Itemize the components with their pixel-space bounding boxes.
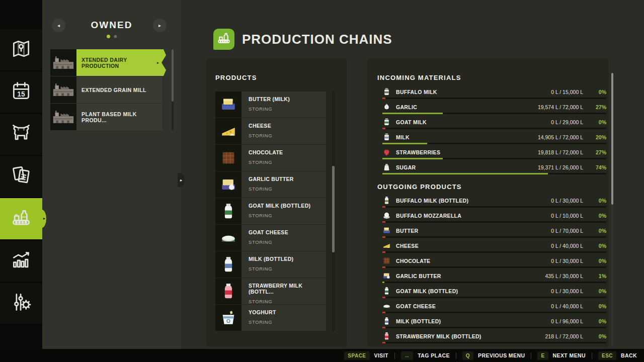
material-amount: 0 L / 29,000 L: [551, 119, 583, 125]
material-row[interactable]: GOAT CHEESE0 L / 40,000 L0%: [382, 300, 606, 315]
product-name: GOAT MILK (BOTTLED): [249, 203, 326, 209]
product-item[interactable]: STRAWBERRY MILK (BOTTL...STORING: [215, 278, 326, 304]
facility-item[interactable]: PLANT BASED MILK PRODU...: [50, 104, 162, 130]
sidebar-item-animals[interactable]: [0, 114, 42, 156]
garlic-butter-icon: [215, 171, 242, 198]
strawberries-icon: [382, 148, 391, 156]
facility-thumbnail: [50, 104, 76, 130]
products-scrollbar[interactable]: [332, 92, 335, 331]
sidebar-item-statistics[interactable]: [0, 240, 42, 283]
material-row[interactable]: BUFFALO MILK0 L / 15,000 L0%: [382, 85, 606, 101]
product-item[interactable]: BUTTER (MILK)STORING: [215, 92, 326, 118]
active-tab-arrow-icon: ▸: [43, 217, 45, 221]
product-info: YOGHURTSTORING: [242, 305, 326, 331]
material-percent: 0%: [583, 243, 606, 249]
material-row[interactable]: BUFFALO MILK (BOTTLED)0 L / 30,000 L0%: [382, 194, 606, 209]
owned-next-button[interactable]: ▸: [153, 19, 167, 32]
product-item[interactable]: GOAT MILK (BOTTLED)STORING: [215, 198, 326, 224]
product-item[interactable]: YOGHURTSTORING: [215, 305, 326, 331]
facility-scrollbar[interactable]: [172, 49, 174, 130]
product-item[interactable]: MILK (BOTTLED)STORING: [215, 251, 326, 278]
product-name: CHEESE: [249, 123, 326, 129]
pagination-dot[interactable]: [107, 35, 110, 38]
material-name: GOAT CHEESE: [396, 303, 436, 309]
product-item[interactable]: GOAT CHEESESTORING: [215, 225, 326, 251]
production-chains-glyph-icon: [216, 31, 231, 48]
material-row[interactable]: GARLIC BUTTER435 L / 30,000 L1%: [382, 269, 606, 285]
material-amount: 218 L / 72,000 L: [545, 333, 583, 339]
material-amount: 19,818 L / 72,000 L: [538, 149, 583, 155]
hotkey-label: TAG PLACE: [418, 352, 450, 358]
material-name: GOAT MILK: [396, 119, 427, 125]
material-row[interactable]: MILK14,905 L / 72,000 L20%: [382, 131, 606, 146]
product-status: STORING: [249, 106, 326, 112]
material-row[interactable]: BUFFALO MOZZARELLA0 L / 10,000 L0%: [382, 209, 606, 224]
sidebar-item-settings[interactable]: [0, 283, 42, 325]
zero-marker: [382, 128, 385, 129]
material-name: GARLIC BUTTER: [396, 273, 441, 279]
finances-icon: [10, 164, 32, 189]
materials-scrollbar-thumb[interactable]: [611, 73, 613, 205]
sidebar-item-finances[interactable]: [0, 156, 42, 198]
material-row[interactable]: SUGAR19,371 L / 26,000 L74%: [382, 161, 606, 176]
material-name: MILK (BOTTLED): [396, 318, 441, 324]
pagination-dot[interactable]: [114, 35, 117, 38]
garlic-icon: [382, 103, 391, 111]
facility-scrollbar-thumb[interactable]: [172, 49, 174, 102]
material-amount: 0 L / 96,000 L: [551, 318, 583, 324]
progress-track: [382, 221, 606, 223]
product-status: STORING: [249, 213, 326, 218]
product-item[interactable]: CHOCOLATESTORING: [215, 145, 326, 171]
product-item[interactable]: GARLIC BUTTERSTORING: [215, 171, 326, 198]
buffalo-milk-bottled-icon: [382, 196, 391, 205]
material-percent: 0%: [583, 198, 606, 204]
materials-panel: INCOMING MATERIALS BUFFALO MILK0 L / 15,…: [367, 58, 609, 347]
material-row[interactable]: STRAWBERRY MILK (BOTTLED)218 L / 72,000 …: [382, 330, 606, 345]
material-percent: 0%: [583, 228, 606, 234]
progress-track: [382, 327, 606, 328]
material-name: STRAWBERRIES: [396, 149, 440, 155]
animals-icon: [10, 122, 32, 146]
facility-item[interactable]: EXTENDED GRAIN MILL: [50, 76, 162, 103]
material-amount: 0 L / 40,000 L: [551, 243, 583, 249]
facility-thumbnail: [50, 49, 76, 76]
products-scrollbar-thumb[interactable]: [332, 166, 335, 252]
material-row[interactable]: CHEESE0 L / 40,000 L0%: [382, 239, 606, 254]
product-name: GARLIC BUTTER: [249, 176, 326, 182]
fill-bar: [382, 158, 443, 159]
goat-milk-bottled-icon: [215, 198, 242, 224]
material-row[interactable]: CHOCOLATE0 L / 30,000 L0%: [382, 254, 606, 269]
hotkey-label: NEXT MENU: [553, 352, 586, 358]
facility-item[interactable]: XTENDED DAIRY PRODUCTION▸: [50, 49, 166, 76]
sidebar-item-calendar[interactable]: 15: [0, 71, 42, 114]
material-row[interactable]: GOAT MILK0 L / 29,000 L0%: [382, 116, 606, 131]
progress-track: [382, 98, 606, 99]
material-row[interactable]: GARLIC19,574 L / 72,000 L27%: [382, 101, 606, 116]
sidebar-item-production[interactable]: ▸: [0, 198, 42, 240]
panel-collapse-handle[interactable]: ▸: [178, 173, 185, 187]
zero-marker: [382, 206, 385, 208]
materials-scrollbar[interactable]: [611, 73, 613, 346]
material-row[interactable]: MILK (BOTTLED)0 L / 96,000 L0%: [382, 315, 606, 330]
material-percent: 20%: [583, 134, 606, 140]
material-name: MILK: [396, 134, 410, 140]
sidebar: 15▸: [0, 0, 42, 362]
hotkey-bar: SPACEVISIT↔TAG PLACEQPREVIOUS MENUENEXT …: [0, 349, 644, 362]
hotkey-separator: [394, 352, 395, 359]
buffalo-mozzarella-icon: [382, 211, 391, 220]
material-amount: 19,574 L / 72,000 L: [538, 104, 583, 110]
product-item[interactable]: CHEESESTORING: [215, 118, 326, 144]
material-percent: 27%: [583, 104, 606, 110]
map-icon: [10, 38, 32, 62]
sidebar-item-map[interactable]: [0, 29, 42, 71]
material-row[interactable]: GOAT MILK (BOTTLED)0 L / 30,000 L0%: [382, 285, 606, 300]
facility-name: PLANT BASED MILK PRODU...: [76, 104, 162, 130]
material-amount: 19,371 L / 26,000 L: [538, 164, 583, 170]
yoghurt-icon: [215, 305, 242, 331]
hotkey-key-: ↔: [401, 351, 414, 360]
material-row[interactable]: BUTTER0 L / 70,000 L0%: [382, 224, 606, 239]
facility-list: XTENDED DAIRY PRODUCTION▸EXTENDED GRAIN …: [50, 49, 166, 131]
material-row[interactable]: STRAWBERRIES19,818 L / 72,000 L27%: [382, 146, 606, 161]
statistics-icon: [10, 249, 32, 273]
page-title: PRODUCTION CHAINS: [242, 32, 392, 47]
